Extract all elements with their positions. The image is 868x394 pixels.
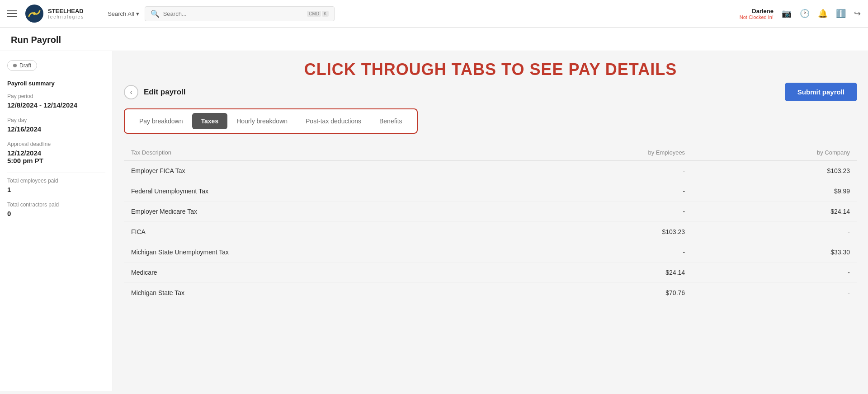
approval-deadline-value: 12/12/2024 bbox=[7, 149, 105, 157]
tax-description: FICA bbox=[124, 222, 514, 242]
brand-sub: technologies bbox=[48, 14, 84, 19]
annotation-text: CLICK THROUGH TABS TO SEE PAY DETAILS bbox=[124, 60, 857, 79]
approval-deadline-time: 5:00 pm PT bbox=[7, 157, 105, 164]
by-company-value: $9.99 bbox=[692, 181, 857, 202]
pay-period-field: Pay period 12/8/2024 - 12/14/2024 bbox=[7, 93, 105, 109]
user-info: Darlene Not Clocked In! bbox=[740, 8, 774, 20]
payroll-summary-title: Payroll summary bbox=[7, 80, 105, 87]
draft-badge: Draft bbox=[7, 60, 37, 71]
alert-icon[interactable]: ℹ️ bbox=[836, 9, 846, 19]
tab-pay-breakdown[interactable]: Pay breakdown bbox=[130, 113, 192, 129]
by-employees-value: $70.76 bbox=[514, 283, 692, 303]
tab-post-tax-deductions[interactable]: Post-tax deductions bbox=[297, 113, 370, 129]
hamburger-menu[interactable] bbox=[7, 10, 17, 17]
user-name: Darlene bbox=[740, 8, 774, 14]
col-by-employees: by Employees bbox=[514, 145, 692, 161]
clock-icon[interactable]: 🕐 bbox=[800, 9, 810, 19]
approval-deadline-field: Approval deadline 12/12/2024 5:00 pm PT bbox=[7, 141, 105, 164]
by-employees-value: $103.23 bbox=[514, 222, 692, 242]
annotation-overlay: CLICK THROUGH TABS TO SEE PAY DETAILS bbox=[124, 60, 857, 79]
by-company-value: $24.14 bbox=[692, 202, 857, 222]
total-contractors-label: Total contractors paid bbox=[7, 202, 105, 208]
camera-icon[interactable]: 📷 bbox=[782, 9, 792, 19]
tabs-container: Pay breakdownTaxesHourly breakdownPost-t… bbox=[124, 108, 418, 134]
total-employees-value: 1 bbox=[7, 186, 105, 193]
col-tax-description: Tax Description bbox=[124, 145, 514, 161]
search-area: Search All ▾ 🔍 CMD K bbox=[102, 6, 335, 21]
nav-right: Darlene Not Clocked In! 📷 🕐 🔔 ℹ️ ↪ bbox=[740, 8, 861, 20]
pay-day-label: Pay day bbox=[7, 117, 105, 123]
tax-description: Medicare bbox=[124, 263, 514, 283]
total-employees-label: Total employees paid bbox=[7, 178, 105, 184]
svg-point-1 bbox=[33, 12, 36, 15]
pay-day-field: Pay day 12/16/2024 bbox=[7, 117, 105, 133]
main-content: CLICK THROUGH TABS TO SEE PAY DETAILS ‹ … bbox=[113, 51, 868, 391]
table-row: Medicare $24.14 - bbox=[124, 263, 857, 283]
tab-benefits[interactable]: Benefits bbox=[370, 113, 411, 129]
edit-payroll-title: Edit payroll bbox=[144, 88, 186, 97]
table-row: Michigan State Tax $70.76 - bbox=[124, 283, 857, 303]
draft-dot bbox=[13, 64, 17, 67]
back-icon: ‹ bbox=[130, 89, 132, 96]
table-row: Federal Unemployment Tax - $9.99 bbox=[124, 181, 857, 202]
by-company-value: $103.23 bbox=[692, 161, 857, 181]
brand-logo-link[interactable]: STEELHEAD technologies bbox=[24, 4, 84, 23]
by-employees-value: - bbox=[514, 202, 692, 222]
tax-description: Michigan State Unemployment Tax bbox=[124, 242, 514, 263]
search-input[interactable] bbox=[163, 10, 304, 17]
tax-description: Employer Medicare Tax bbox=[124, 202, 514, 222]
table-row: Michigan State Unemployment Tax - $33.30 bbox=[124, 242, 857, 263]
by-employees-value: - bbox=[514, 181, 692, 202]
table-row: Employer Medicare Tax - $24.14 bbox=[124, 202, 857, 222]
table-row: FICA $103.23 - bbox=[124, 222, 857, 242]
top-navigation: STEELHEAD technologies Search All ▾ 🔍 CM… bbox=[0, 0, 868, 28]
kbd-k: K bbox=[322, 11, 329, 17]
by-company-value: $33.30 bbox=[692, 242, 857, 263]
tab-taxes[interactable]: Taxes bbox=[192, 113, 228, 129]
pay-period-value: 12/8/2024 - 12/14/2024 bbox=[7, 101, 105, 109]
by-company-value: - bbox=[692, 263, 857, 283]
chevron-down-icon: ▾ bbox=[136, 10, 139, 17]
table-row: Employer FICA Tax - $103.23 bbox=[124, 161, 857, 181]
user-status: Not Clocked In! bbox=[740, 14, 774, 20]
approval-deadline-label: Approval deadline bbox=[7, 141, 105, 147]
sidebar: Draft Payroll summary Pay period 12/8/20… bbox=[0, 51, 113, 391]
edit-payroll-header: ‹ Edit payroll Submit payroll bbox=[124, 83, 857, 101]
submit-payroll-button[interactable]: Submit payroll bbox=[785, 83, 857, 101]
brand-name: STEELHEAD bbox=[48, 8, 84, 15]
col-by-company: by Company bbox=[692, 145, 857, 161]
tax-description: Michigan State Tax bbox=[124, 283, 514, 303]
by-employees-value: $24.14 bbox=[514, 263, 692, 283]
tax-description: Employer FICA Tax bbox=[124, 161, 514, 181]
by-company-value: - bbox=[692, 283, 857, 303]
keyboard-shortcut-hint: CMD K bbox=[307, 11, 328, 17]
by-company-value: - bbox=[692, 222, 857, 242]
logout-icon[interactable]: ↪ bbox=[854, 9, 861, 19]
tab-hourly-breakdown[interactable]: Hourly breakdown bbox=[227, 113, 297, 129]
total-contractors-value: 0 bbox=[7, 210, 105, 217]
search-all-label: Search All bbox=[108, 10, 134, 17]
by-employees-value: - bbox=[514, 161, 692, 181]
search-icon: 🔍 bbox=[151, 9, 160, 18]
draft-label: Draft bbox=[19, 62, 31, 69]
back-button[interactable]: ‹ bbox=[124, 85, 138, 99]
bell-icon[interactable]: 🔔 bbox=[818, 9, 828, 19]
pay-period-label: Pay period bbox=[7, 93, 105, 99]
kbd-cmd: CMD bbox=[307, 11, 321, 17]
page-title: Run Payroll bbox=[0, 28, 868, 51]
main-layout: Draft Payroll summary Pay period 12/8/20… bbox=[0, 51, 868, 391]
by-employees-value: - bbox=[514, 242, 692, 263]
tax-description: Federal Unemployment Tax bbox=[124, 181, 514, 202]
search-all-button[interactable]: Search All ▾ bbox=[102, 8, 145, 20]
table-wrapper: Tax Description by Employees by Company … bbox=[124, 145, 857, 303]
tax-table: Tax Description by Employees by Company … bbox=[124, 145, 857, 303]
total-contractors-field: Total contractors paid 0 bbox=[7, 202, 105, 217]
pay-day-value: 12/16/2024 bbox=[7, 125, 105, 133]
search-box: 🔍 CMD K bbox=[145, 6, 335, 21]
total-employees-field: Total employees paid 1 bbox=[7, 178, 105, 193]
